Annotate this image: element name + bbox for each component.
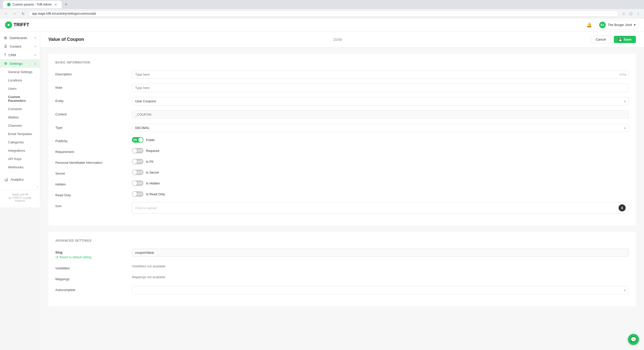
secret-toggle[interactable]: OFF [132,170,143,175]
analytics-icon: 📊 [4,178,8,181]
sidebar-item-integrations[interactable]: Integrations [0,146,40,155]
note-row: Note [55,84,629,92]
sidebar-item-locations[interactable]: Locations [0,76,40,84]
save-icon: 💾 [618,38,622,41]
sidebar-item-label: Consents [8,107,22,111]
sidebar-item-custom-parameters[interactable]: Custom Parameters [0,93,40,105]
sidebar-item-wallets[interactable]: Wallets [0,113,40,121]
sidebar-item-email-templates[interactable]: Email Templates [0,130,40,138]
publicity-toggle[interactable]: ON [132,137,143,143]
sidebar-item-label: Categories [8,140,24,144]
revert-link[interactable]: ↺ Revert to default setting [55,255,126,259]
user-menu[interactable]: BJ The Burger Joint ▾ [596,20,639,30]
toggle-slider: OFF [132,180,143,186]
sidebar-item-users[interactable]: Users [0,84,40,93]
slug-input[interactable] [132,248,629,257]
requirement-toggle-row: OFF Required [132,148,629,153]
page-counter: 15/48 [333,38,342,42]
sidebar-footer: Made with ❤ by TRIFFT Loyalty Platform [0,190,40,205]
sidebar-collapse-button[interactable]: ‹ [37,185,38,189]
visibilities-control: Visibilities not available [132,264,629,268]
sidebar-item-general-settings[interactable]: General Settings [0,68,40,76]
sidebar-item-label: Webhooks [8,165,23,169]
advanced-settings-section: ADVANCED SETTINGS Slug ↺ Revert to defau… [48,232,636,306]
sidebar-item-label: API Keys [8,157,21,161]
browser-chrome: Custom params - Trifft Admin ✕ + [0,0,644,9]
user-name: The Burger Joint [608,23,632,27]
icon-label: Icon [55,202,126,208]
slug-label: Slug [55,250,126,254]
main-layout: ⊞ Dashboards ▾ ☰ Content ▾ ? CRM ▾ [0,31,644,350]
slug-row: Slug ↺ Revert to default setting [55,248,629,259]
revert-label: Revert to default setting [59,256,91,259]
logo-text: TRIFFT [14,22,29,27]
pii-control: OFF Is PII [132,159,629,164]
new-tab-button[interactable]: + [64,1,68,8]
upload-button[interactable]: ⬇ [619,204,626,211]
chevron-down-icon: ▾ [34,36,36,40]
description-label: Description [55,70,126,76]
type-label: Type [55,124,126,130]
chevron-up-icon: ▴ [34,62,36,65]
back-button[interactable]: ← [3,11,9,17]
sidebar-item-settings[interactable]: ⚙ Settings ▴ [0,59,40,68]
address-bar[interactable]: app.stage.trifft.io/cacitokiy/settings/c… [29,11,619,17]
notifications-button[interactable]: 🔔 [586,22,592,28]
type-row: Type DECIMAL [55,124,629,132]
note-input[interactable] [132,84,629,92]
description-counter: 0/250 [619,73,626,76]
sidebar-item-categories[interactable]: Categories [0,138,40,146]
icon-upload-area[interactable]: Click to upload ⬇ [132,202,629,214]
forward-button[interactable]: → [12,11,18,17]
logo: TRIFFT [5,21,29,28]
revert-icon: ↺ [55,255,58,259]
visibilities-label: Visibilities [55,264,126,270]
sidebar-item-api-keys[interactable]: API Keys [0,155,40,163]
sidebar-item-webhooks[interactable]: Webhooks [0,163,40,171]
extensions-button[interactable]: ⬡ [628,11,633,17]
hidden-toggle[interactable]: OFF [132,180,143,186]
read-only-toggle[interactable]: OFF [132,191,143,197]
pii-label: Personal Identifiable Information [55,159,126,165]
bookmark-button[interactable]: ☆ [621,11,626,17]
publicity-text: Public [146,138,155,142]
entity-select[interactable]: User Coupons [132,97,629,105]
sidebar-item-analytics[interactable]: 📊 Analytics [0,175,40,184]
page-header: Value of Coupon 15/48 Cancel 💾 Save [40,31,644,48]
sidebar-item-crm[interactable]: ? CRM ▾ [0,51,40,59]
sidebar-item-label: Settings [10,62,23,66]
sidebar-item-consents[interactable]: Consents [0,105,40,113]
sidebar-item-dashboards[interactable]: ⊞ Dashboards ▾ [0,34,40,42]
sidebar-item-label: Integrations [8,149,25,152]
sidebar-item-label: Wallets [8,115,19,119]
pii-toggle[interactable]: OFF [132,159,143,164]
sidebar-item-label: CRM [9,53,16,57]
icon-control: Click to upload ⬇ [132,202,629,214]
chat-button[interactable]: 💬 [628,334,639,345]
toggle-off-label: OFF [137,193,142,196]
context-row: Context [55,110,629,119]
sidebar-item-channels[interactable]: Channels [0,121,40,130]
toggle-knob [132,170,137,175]
type-select[interactable]: DECIMAL [132,124,629,132]
reload-button[interactable]: ↻ [20,11,26,17]
toggle-off-label: OFF [137,182,142,185]
toggle-knob [132,148,137,153]
toggle-off-label: OFF [137,149,142,152]
requirement-toggle[interactable]: OFF [132,148,143,153]
pii-text: Is PII [146,160,154,164]
menu-button[interactable]: ⋮ [635,11,641,17]
cancel-button[interactable]: Cancel [591,36,611,43]
toggle-off-label: OFF [137,171,142,174]
sidebar-item-label: Dashboards [10,36,27,40]
chevron-down-icon: ▾ [634,23,636,27]
autocomplete-select[interactable] [132,286,629,294]
browser-tab[interactable]: Custom params - Trifft Admin ✕ [3,1,62,8]
tab-close-button[interactable]: ✕ [54,3,58,7]
browser-actions: ☆ ⬡ ⋮ [621,11,641,17]
save-button[interactable]: 💾 Save [614,36,636,43]
sidebar-item-content[interactable]: ☰ Content ▾ [0,42,40,51]
description-input[interactable] [132,70,629,79]
description-row: Description 0/250 [55,70,629,79]
visibilities-status: Visibilities not available [132,262,165,268]
